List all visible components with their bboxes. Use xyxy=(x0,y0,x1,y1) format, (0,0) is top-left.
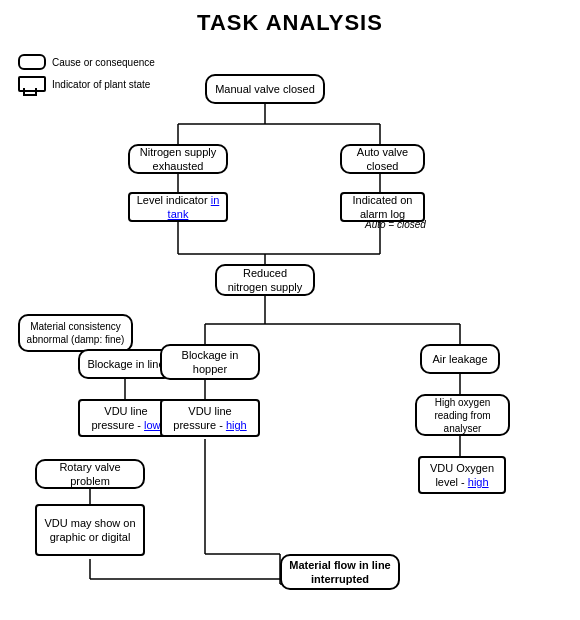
node-nitrogen-supply: Nitrogen supply exhausted xyxy=(128,144,228,174)
node-vdu-graphic: VDU may show on graphic or digital xyxy=(35,504,145,556)
legend: Cause or consequence Indicator of plant … xyxy=(18,54,155,98)
legend-cause-label: Cause or consequence xyxy=(52,57,155,68)
page-title: TASK ANALYSIS xyxy=(10,10,570,36)
legend-indicator: Indicator of plant state xyxy=(18,76,155,92)
node-material-flow: Material flow in line interrupted xyxy=(280,554,400,590)
node-vdu-line-high: VDU line pressure - high xyxy=(160,399,260,437)
node-air-leakage: Air leakage xyxy=(420,344,500,374)
node-manual-valve: Manual valve closed xyxy=(205,74,325,104)
node-vdu-oxygen: VDU Oxygen level - high xyxy=(418,456,506,494)
node-alarm-log: Indicated on alarm log xyxy=(340,192,425,222)
node-auto-valve: Auto valve closed xyxy=(340,144,425,174)
node-material-consistency: Material consistency abnormal (damp: fin… xyxy=(18,314,133,352)
node-rotary-valve: Rotary valve problem xyxy=(35,459,145,489)
legend-indicator-label: Indicator of plant state xyxy=(52,79,150,90)
legend-cause: Cause or consequence xyxy=(18,54,155,70)
node-reduced-nitrogen: Reduced nitrogen supply xyxy=(215,264,315,296)
node-blockage-hopper: Blockage in hopper xyxy=(160,344,260,380)
legend-indicator-box xyxy=(18,76,46,92)
page: TASK ANALYSIS xyxy=(0,0,580,620)
legend-cause-box xyxy=(18,54,46,70)
node-level-indicator: Level indicator in tank xyxy=(128,192,228,222)
diagram: Cause or consequence Indicator of plant … xyxy=(10,44,570,614)
node-high-oxygen: High oxygen reading from analyser xyxy=(415,394,510,436)
auto-closed-label: Auto = closed xyxy=(365,219,426,230)
